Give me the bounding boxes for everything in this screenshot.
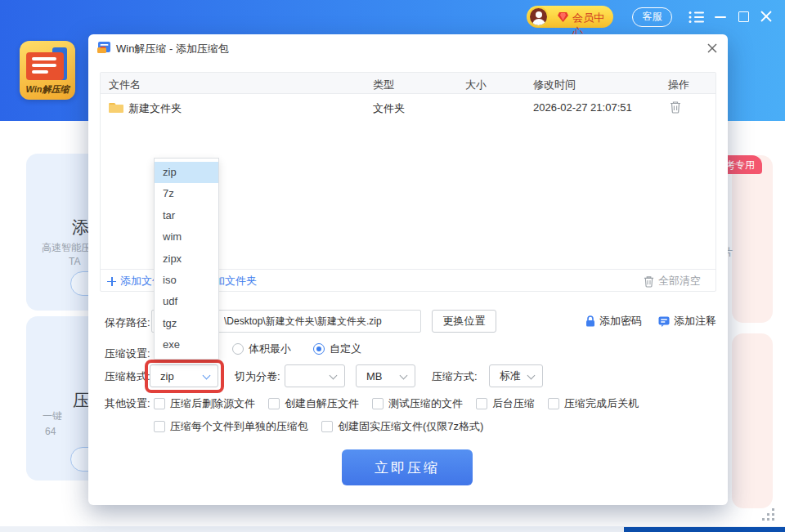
radio-custom[interactable]: 自定义 <box>313 342 361 356</box>
bg-card1-sub1: 高速智能压 <box>42 241 91 255</box>
chevron-down-icon <box>203 372 211 380</box>
add-comment-button[interactable]: 添加注释 <box>658 314 716 329</box>
split-label: 切为分卷: <box>235 369 280 384</box>
checkbox-label: 压缩后删除源文件 <box>170 396 255 411</box>
menu-icon[interactable] <box>689 11 705 24</box>
bg-card2-title: 压 <box>73 389 90 412</box>
comment-icon <box>658 316 670 327</box>
chevron-down-icon <box>400 372 408 380</box>
other-settings-row2: 压缩每个文件到单独的压缩包 创建固实压缩文件(仅限7z格式) <box>154 419 483 434</box>
col-filename: 文件名 <box>109 78 141 92</box>
radio-checked-icon <box>313 343 325 355</box>
checkbox-label: 创建自解压文件 <box>285 396 359 411</box>
member-center-button[interactable]: 会员中心 <box>527 6 613 28</box>
maximize-icon[interactable] <box>738 11 749 22</box>
checkbox-delete-source[interactable]: 压缩后删除源文件 <box>154 396 255 411</box>
bg-card1-title: 添 <box>72 216 89 239</box>
file-modified: 2026-02-27 21:07:51 <box>533 101 632 114</box>
checkbox-shutdown[interactable]: 压缩完成后关机 <box>548 396 639 411</box>
logo-document-shape <box>26 52 64 80</box>
checkbox-test-files[interactable]: 测试压缩的文件 <box>372 396 463 411</box>
format-select[interactable]: zip <box>150 364 218 387</box>
dropdown-option-tar[interactable]: tar <box>155 205 218 226</box>
bottom-progress-bar <box>624 527 785 532</box>
trash-icon <box>644 275 654 288</box>
compress-settings-label: 压缩设置: <box>105 346 150 361</box>
checkbox-label: 后台压缩 <box>492 396 535 411</box>
split-select[interactable] <box>285 364 345 387</box>
bg-right-card2 <box>732 333 773 508</box>
checkbox-self-extract[interactable]: 创建自解压文件 <box>268 396 359 411</box>
dropdown-option-wim[interactable]: wim <box>155 226 218 248</box>
compress-settings-radios: 体积最小 自定义 <box>232 342 361 356</box>
window-close-icon[interactable] <box>760 10 773 23</box>
dropdown-option-iso[interactable]: iso <box>155 270 218 291</box>
radio-custom-label: 自定义 <box>330 342 361 356</box>
table-row[interactable]: 新建文件夹 文件夹 2026-02-27 21:07:51 <box>101 94 715 121</box>
file-name: 新建文件夹 <box>128 101 182 116</box>
app-logo: Win解压缩 <box>20 41 75 100</box>
checkbox-background[interactable]: 后台压缩 <box>476 396 535 411</box>
chevron-down-icon <box>330 372 338 380</box>
dropdown-option-exe[interactable]: exe <box>155 334 218 355</box>
avatar-icon <box>528 7 549 27</box>
bg-card2-sub1: 一键 <box>43 409 62 423</box>
file-type: 文件夹 <box>373 101 405 116</box>
dialog-close-icon[interactable] <box>704 40 720 56</box>
minimize-icon[interactable] <box>715 16 726 18</box>
logo-text: Win解压缩 <box>20 83 75 96</box>
method-select[interactable]: 标准 <box>489 364 543 387</box>
dropdown-option-zip[interactable]: zip <box>155 162 218 183</box>
format-dropdown: zip 7z tar wim zipx iso udf tgz exe <box>154 158 219 360</box>
method-label: 压缩方式: <box>432 369 478 384</box>
radio-min-size-label: 体积最小 <box>249 342 291 356</box>
format-label: 压缩格式: <box>105 369 150 384</box>
clear-all-button[interactable]: 全部清空 <box>644 274 701 288</box>
checkbox-icon <box>372 398 384 409</box>
unit-select[interactable]: MB <box>356 364 415 387</box>
other-settings-row1: 压缩后删除源文件 创建自解压文件 测试压缩的文件 后台压缩 压缩完成后关机 <box>154 396 639 411</box>
dropdown-option-zipx[interactable]: zipx <box>155 248 218 270</box>
dropdown-option-7z[interactable]: 7z <box>155 183 218 204</box>
clear-all-label: 全部清空 <box>658 274 701 288</box>
checkbox-label: 压缩每个文件到单独的压缩包 <box>170 419 308 434</box>
col-type: 类型 <box>373 78 394 92</box>
dialog-title: Win解压缩 - 添加压缩包 <box>116 42 229 56</box>
checkbox-icon <box>321 421 333 432</box>
col-modified: 修改时间 <box>533 78 576 92</box>
table-header: 文件名 类型 大小 修改时间 操作 <box>101 73 715 94</box>
lock-icon <box>585 315 595 327</box>
chevron-down-icon <box>527 372 536 380</box>
dropdown-option-udf[interactable]: udf <box>155 291 218 312</box>
add-comment-label: 添加注释 <box>674 314 716 329</box>
bg-right-card1 <box>732 155 773 323</box>
method-select-value: 标准 <box>500 369 521 383</box>
plus-icon <box>107 277 116 286</box>
checkbox-icon <box>476 398 487 409</box>
change-location-button[interactable]: 更换位置 <box>432 310 496 333</box>
checkbox-separate-archives[interactable]: 压缩每个文件到单独的压缩包 <box>154 419 308 434</box>
resize-grip-icon[interactable] <box>760 507 775 521</box>
add-password-label: 添加密码 <box>599 314 642 329</box>
save-path-label: 保存路径: <box>105 315 150 330</box>
checkbox-label: 压缩完成后关机 <box>564 396 639 411</box>
format-select-value: zip <box>160 370 174 382</box>
delete-row-icon[interactable] <box>670 101 681 114</box>
checkbox-icon <box>154 398 165 409</box>
gem-icon <box>558 12 568 22</box>
col-size: 大小 <box>465 78 487 92</box>
bg-card2-sub2: 64 <box>45 426 56 437</box>
col-actions: 操作 <box>668 78 689 92</box>
radio-icon <box>232 343 244 355</box>
checkbox-label: 创建固实压缩文件(仅限7z格式) <box>338 419 483 434</box>
checkbox-solid-archive[interactable]: 创建固实压缩文件(仅限7z格式) <box>321 419 483 434</box>
dropdown-option-tgz[interactable]: tgz <box>155 313 218 334</box>
add-password-button[interactable]: 添加密码 <box>585 314 642 329</box>
checkbox-icon <box>154 421 165 432</box>
radio-min-size[interactable]: 体积最小 <box>232 342 291 356</box>
checkbox-icon <box>268 398 280 409</box>
customer-service-button[interactable]: 客服 <box>632 7 672 27</box>
compress-now-button[interactable]: 立即压缩 <box>342 449 473 485</box>
checkbox-icon <box>548 398 559 409</box>
dialog-app-icon <box>97 41 112 54</box>
